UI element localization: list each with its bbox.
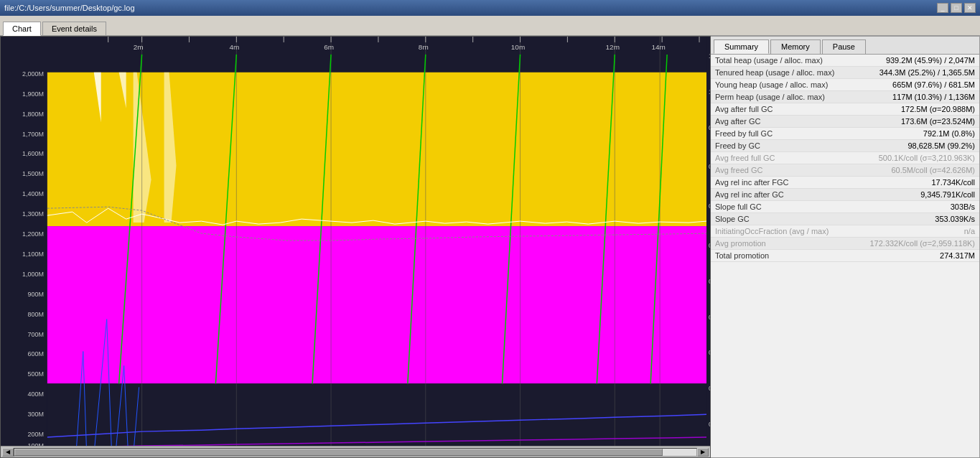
svg-text:0.70s: 0.70s [709,202,710,210]
summary-value: 9,345.791K/coll [859,189,979,201]
summary-value: 98,628.5M (99.2%) [859,140,979,152]
svg-text:0.60s: 0.60s [709,242,710,249]
minimize-button[interactable]: _ [937,3,948,13]
svg-rect-7 [47,226,706,383]
svg-text:1,100M: 1,100M [22,251,44,258]
scroll-left-button[interactable]: ◀ [2,448,14,457]
tab-chart[interactable]: Chart [3,22,41,36]
tab-event-details[interactable]: Event details [42,22,106,35]
summary-label: Slope full GC [711,201,859,213]
summary-label: Avg freed GC [711,164,859,177]
svg-text:1,800M: 1,800M [22,111,44,118]
svg-text:1,000M: 1,000M [22,271,44,278]
svg-text:300M: 300M [27,411,43,418]
close-button[interactable]: ✕ [964,3,976,13]
svg-text:1.0s: 1.0s [709,88,710,95]
svg-text:0.20s: 0.20s [709,385,710,392]
summary-label: Avg after GC [711,116,859,128]
chart-canvas: 2m 4m 6m 8m 10m 12m 14m 2,000M 1,900M 1,… [1,37,710,457]
title-bar: file:/C:/Users/summer/Desktop/gc.log _ □… [0,0,980,16]
svg-text:0.10s: 0.10s [709,421,710,428]
summary-value: n/a [859,225,979,238]
summary-label: InitiatingOccFraction (avg / max) [711,225,859,238]
svg-text:900M: 900M [27,291,43,298]
summary-label: Tenured heap (usage / alloc. max) [711,67,859,79]
svg-text:0.50s: 0.50s [709,278,710,285]
svg-text:12m: 12m [606,43,620,51]
summary-value: 117M (10.3%) / 1,136M [859,91,979,103]
chart-area[interactable]: 2m 4m 6m 8m 10m 12m 14m 2,000M 1,900M 1,… [0,36,711,458]
svg-text:1,300M: 1,300M [22,210,44,218]
svg-text:8m: 8m [419,43,429,51]
svg-text:0.40s: 0.40s [709,314,710,321]
summary-label: Avg after full GC [711,103,859,116]
summary-label: Freed by full GC [711,128,859,140]
scroll-right-button[interactable]: ▶ [697,448,709,457]
summary-value: 665M (97.6%) / 681.5M [859,79,979,91]
svg-text:6m: 6m [324,43,334,51]
summary-value: 303B/s [859,201,979,213]
sidebar-tab-summary[interactable]: Summary [714,39,769,54]
maximize-button[interactable]: □ [951,3,962,13]
svg-text:500M: 500M [27,370,43,378]
main-area: 2m 4m 6m 8m 10m 12m 14m 2,000M 1,900M 1,… [0,36,980,458]
svg-text:2m: 2m [134,43,144,51]
svg-text:1,200M: 1,200M [22,230,44,238]
summary-label: Freed by GC [711,140,859,152]
summary-value: 939.2M (45.9%) / 2,047M [859,55,979,67]
svg-text:1,500M: 1,500M [22,170,44,177]
summary-label: Avg promotion [711,238,859,250]
svg-text:0.30s: 0.30s [709,349,710,356]
summary-value: 173.6M (σ=23.524M) [859,116,979,128]
summary-value: 792.1M (0.8%) [859,128,979,140]
svg-text:0.80s: 0.80s [709,163,710,170]
title-text: file:/C:/Users/summer/Desktop/gc.log [4,4,135,12]
svg-text:10m: 10m [511,43,525,51]
summary-value: 17.734K/coll [859,177,979,189]
summary-value: 353.039K/s [859,213,979,225]
svg-text:1,700M: 1,700M [22,131,44,138]
chart-scrollbar[interactable]: ◀ ▶ [1,446,710,457]
svg-text:700M: 700M [27,331,43,338]
summary-label: Total heap (usage / alloc. max) [711,55,859,67]
summary-content: Total heap (usage / alloc. max)939.2M (4… [711,55,979,457]
summary-label: Avg rel inc after FGC [711,177,859,189]
sidebar: Summary Memory Pause Total heap (usage /… [711,36,980,458]
svg-text:2,000M: 2,000M [22,70,44,78]
svg-text:0.90s: 0.90s [709,124,710,131]
title-buttons: _ □ ✕ [937,3,976,13]
svg-text:1,400M: 1,400M [22,190,44,197]
svg-text:400M: 400M [27,391,43,398]
summary-label: Slope GC [711,213,859,225]
summary-value: 172.5M (σ=20.988M) [859,103,979,116]
svg-text:1,900M: 1,900M [22,90,44,98]
svg-text:200M: 200M [27,431,43,438]
sidebar-tab-memory[interactable]: Memory [770,39,821,54]
summary-value: 60.5M/coll (σ=42.626M) [859,164,979,177]
summary-value: 344.3M (25.2%) / 1,365.5M [859,67,979,79]
summary-value: 274.317M [859,250,979,262]
summary-label: Avg freed full GC [711,152,859,164]
summary-table: Total heap (usage / alloc. max)939.2M (4… [711,55,979,262]
summary-value: 172.332K/coll (σ=2,959.118K) [859,238,979,250]
sidebar-tabs: Summary Memory Pause [711,37,979,55]
svg-text:600M: 600M [27,350,43,357]
svg-text:1.1us: 1.1us [709,52,710,60]
summary-label: Perm heap (usage / alloc. max) [711,91,859,103]
svg-text:4m: 4m [229,43,239,51]
summary-value: 500.1K/coll (σ=3,210.963K) [859,152,979,164]
svg-text:800M: 800M [27,311,43,318]
svg-text:1,600M: 1,600M [22,150,44,157]
scroll-track [14,448,697,457]
summary-label: Avg rel inc after GC [711,189,859,201]
sidebar-tab-pause[interactable]: Pause [822,39,866,54]
tabs-bar: Chart Event details [0,16,980,36]
svg-text:14m: 14m [651,43,665,51]
scroll-thumb[interactable] [14,449,663,456]
summary-label: Young heap (usage / alloc. max) [711,79,859,91]
summary-label: Total promotion [711,250,859,262]
